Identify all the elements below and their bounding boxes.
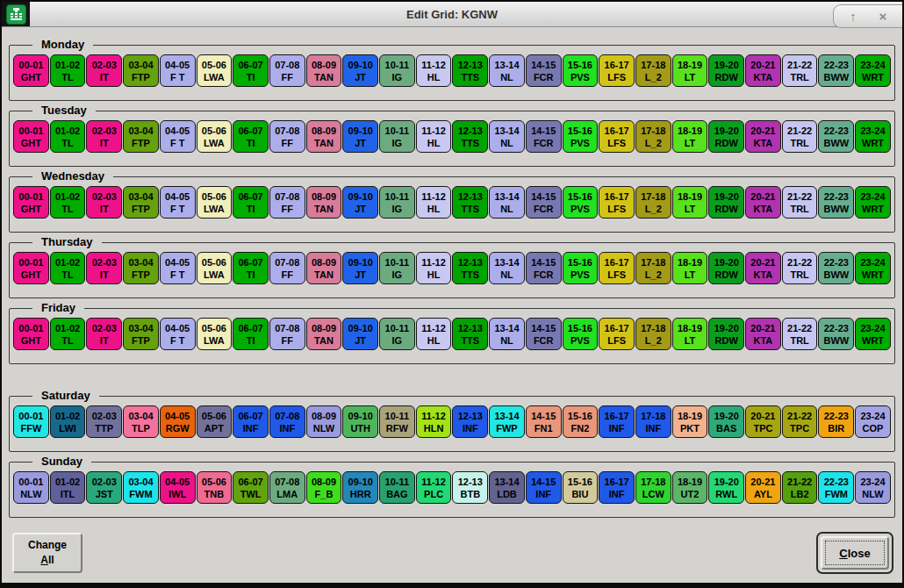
hour-cell[interactable]: 06-07TI (233, 186, 269, 219)
hour-cell[interactable]: 23-24WRT (855, 252, 891, 284)
hour-cell[interactable]: 18-19LT (672, 186, 708, 219)
maximize-icon[interactable]: ↑ (843, 8, 864, 25)
hour-cell[interactable]: 22-23FWM (818, 471, 854, 504)
hour-cell[interactable]: 06-07TWL (233, 471, 269, 504)
hour-cell[interactable]: 05-06LWA (197, 252, 233, 284)
hour-cell[interactable]: 00-01GHT (13, 54, 49, 87)
hour-cell[interactable]: 03-04FTP (123, 186, 159, 219)
hour-cell[interactable]: 02-03IT (86, 318, 122, 350)
hour-cell[interactable]: 19-20BAS (708, 405, 744, 438)
hour-cell[interactable]: 09-10JT (342, 252, 378, 284)
hour-cell[interactable]: 05-06LWA (197, 120, 233, 153)
hour-cell[interactable]: 07-08FF (269, 186, 305, 219)
hour-cell[interactable]: 14-15FCR (526, 318, 562, 350)
hour-cell[interactable]: 07-08FF (269, 54, 305, 87)
hour-cell[interactable]: 10-11IG (379, 120, 415, 153)
hour-cell[interactable]: 11-12PLC (416, 471, 452, 504)
hour-cell[interactable]: 03-04FWM (123, 471, 159, 504)
hour-cell[interactable]: 05-06TNB (197, 471, 233, 504)
hour-cell[interactable]: 22-23BWW (818, 318, 854, 350)
hour-cell[interactable]: 12-13TTS (452, 318, 488, 350)
hour-cell[interactable]: 20-21TPC (745, 405, 781, 438)
close-button[interactable]: Close (821, 536, 889, 570)
hour-cell[interactable]: 09-10UTH (342, 405, 378, 438)
hour-cell[interactable]: 09-10JT (342, 120, 378, 153)
hour-cell[interactable]: 20-21AYL (745, 471, 781, 504)
hour-cell[interactable]: 15-16PVS (563, 120, 599, 153)
hour-cell[interactable]: 09-10JT (342, 318, 378, 350)
hour-cell[interactable]: 23-24WRT (855, 120, 891, 153)
hour-cell[interactable]: 05-06LWA (197, 318, 233, 350)
hour-cell[interactable]: 07-08FF (269, 318, 305, 350)
hour-cell[interactable]: 12-13BTB (452, 471, 488, 504)
hour-cell[interactable]: 03-04TLP (123, 405, 159, 438)
close-icon[interactable]: × (872, 8, 893, 25)
hour-cell[interactable]: 19-20RDW (708, 252, 744, 284)
hour-cell[interactable]: 13-14NL (489, 318, 525, 350)
hour-cell[interactable]: 12-13TTS (452, 120, 488, 153)
hour-cell[interactable]: 13-14NL (489, 120, 525, 153)
hour-cell[interactable]: 02-03JST (86, 471, 122, 504)
hour-cell[interactable]: 16-17LFS (599, 318, 635, 350)
hour-cell[interactable]: 16-17LFS (599, 186, 635, 219)
hour-cell[interactable]: 17-18L_2 (635, 120, 671, 153)
hour-cell[interactable]: 07-08INF (269, 405, 305, 438)
hour-cell[interactable]: 04-05IWL (160, 471, 196, 504)
hour-cell[interactable]: 08-09TAN (306, 186, 342, 219)
hour-cell[interactable]: 00-01GHT (13, 186, 49, 219)
hour-cell[interactable]: 10-11IG (379, 318, 415, 350)
hour-cell[interactable]: 16-17INF (599, 471, 635, 504)
hour-cell[interactable]: 19-20RDW (708, 186, 744, 219)
hour-cell[interactable]: 03-04FTP (123, 252, 159, 284)
hour-cell[interactable]: 11-12HL (416, 120, 452, 153)
hour-cell[interactable]: 01-02LWI (50, 405, 86, 438)
hour-cell[interactable]: 09-10HRR (342, 471, 378, 504)
hour-cell[interactable]: 14-15FCR (526, 252, 562, 284)
hour-cell[interactable]: 21-22TPC (782, 405, 818, 438)
hour-cell[interactable]: 17-18INF (635, 405, 671, 438)
hour-cell[interactable]: 06-07TI (233, 120, 269, 153)
hour-cell[interactable]: 22-23BWW (818, 54, 854, 87)
hour-cell[interactable]: 20-21KTA (745, 120, 781, 153)
hour-cell[interactable]: 10-11IG (379, 186, 415, 219)
hour-cell[interactable]: 15-16PVS (563, 252, 599, 284)
hour-cell[interactable]: 22-23BWW (818, 186, 854, 219)
hour-cell[interactable]: 05-06LWA (197, 54, 233, 87)
hour-cell[interactable]: 13-14LDB (489, 471, 525, 504)
hour-cell[interactable]: 15-16BIU (563, 471, 599, 504)
hour-cell[interactable]: 06-07TI (233, 252, 269, 284)
hour-cell[interactable]: 04-05RGW (160, 405, 196, 438)
hour-cell[interactable]: 01-02TL (50, 186, 86, 219)
hour-cell[interactable]: 08-09TAN (306, 252, 342, 284)
hour-cell[interactable]: 00-01FFW (13, 405, 49, 438)
hour-cell[interactable]: 23-24WRT (855, 318, 891, 350)
hour-cell[interactable]: 06-07TI (233, 318, 269, 350)
hour-cell[interactable]: 21-22TRL (782, 120, 818, 153)
hour-cell[interactable]: 18-19PKT (672, 405, 708, 438)
hour-cell[interactable]: 06-07INF (233, 405, 269, 438)
hour-cell[interactable]: 16-17INF (599, 405, 635, 438)
hour-cell[interactable]: 12-13TTS (452, 54, 488, 87)
hour-cell[interactable]: 07-08LMA (269, 471, 305, 504)
hour-cell[interactable]: 12-13TTS (452, 186, 488, 219)
hour-cell[interactable]: 19-20RDW (708, 120, 744, 153)
hour-cell[interactable]: 08-09F_B (306, 471, 342, 504)
hour-cell[interactable]: 05-06APT (197, 405, 233, 438)
hour-cell[interactable]: 10-11IG (379, 252, 415, 284)
hour-cell[interactable]: 00-01GHT (13, 318, 49, 350)
hour-cell[interactable]: 20-21KTA (745, 318, 781, 350)
hour-cell[interactable]: 04-05F T (160, 120, 196, 153)
hour-cell[interactable]: 11-12HL (416, 318, 452, 350)
hour-cell[interactable]: 04-05F T (160, 252, 196, 284)
hour-cell[interactable]: 11-12HL (416, 186, 452, 219)
hour-cell[interactable]: 00-01GHT (13, 252, 49, 284)
hour-cell[interactable]: 23-24NLW (855, 471, 891, 504)
hour-cell[interactable]: 10-11IG (379, 54, 415, 87)
hour-cell[interactable]: 04-05F T (160, 54, 196, 87)
hour-cell[interactable]: 22-23BIR (818, 405, 854, 438)
hour-cell[interactable]: 11-12HL (416, 54, 452, 87)
hour-cell[interactable]: 02-03IT (86, 120, 122, 153)
hour-cell[interactable]: 01-02TL (50, 54, 86, 87)
hour-cell[interactable]: 19-20RWL (708, 471, 744, 504)
hour-cell[interactable]: 13-14NL (489, 54, 525, 87)
